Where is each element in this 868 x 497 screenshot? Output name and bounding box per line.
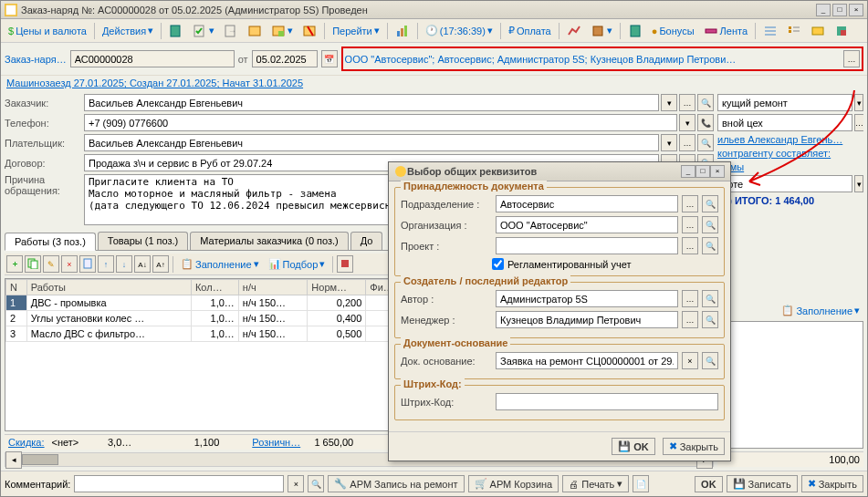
tab-goods[interactable]: Товары (1 поз.) xyxy=(98,232,188,250)
close-button-footer[interactable]: ✖ Закрыть xyxy=(801,475,863,492)
grid-header[interactable]: н/ч xyxy=(238,280,307,295)
grid-extra1[interactable] xyxy=(337,255,353,273)
tb-icon5[interactable]: ▾ xyxy=(267,22,297,40)
grid-doc[interactable] xyxy=(79,255,96,273)
tb-chart2-icon[interactable] xyxy=(563,22,585,40)
tb-chart-icon[interactable] xyxy=(392,22,413,40)
payer-input[interactable] xyxy=(84,134,659,151)
retail-link[interactable]: Розничн… xyxy=(252,437,300,448)
payer-dropdown[interactable]: ▾ xyxy=(661,134,677,151)
balance-link[interactable]: контрагенту составляет: xyxy=(717,148,863,159)
tb-last-icon[interactable] xyxy=(831,22,852,40)
dlg-org-input[interactable] xyxy=(496,216,678,233)
date-picker-button[interactable]: 📅 xyxy=(321,50,338,67)
customer-more[interactable]: … xyxy=(679,94,695,111)
fill2-menu[interactable]: 📋Заполнение ▾ xyxy=(778,303,863,318)
tb-list2-icon[interactable] xyxy=(783,22,805,40)
maximize-button[interactable]: □ xyxy=(832,4,847,16)
dialog-ok[interactable]: 💾 OK xyxy=(612,438,655,455)
prices-button[interactable]: $ Цены и валюта xyxy=(5,24,90,38)
tb-card-icon[interactable] xyxy=(807,22,829,40)
dlg-docbase-clear[interactable]: × xyxy=(682,352,698,369)
dept-more[interactable]: … xyxy=(854,114,863,131)
tb-icon4[interactable] xyxy=(244,22,266,40)
payment-button[interactable]: ₽Оплата xyxy=(505,23,555,38)
repair-type-input[interactable] xyxy=(717,94,852,111)
phone-dial[interactable]: 📞 xyxy=(697,114,714,131)
dlg-manager-more[interactable]: … xyxy=(682,311,698,328)
payer-more[interactable]: … xyxy=(679,134,695,151)
tb-icon3[interactable]: → xyxy=(220,22,242,40)
order-number-input[interactable] xyxy=(70,50,235,67)
dlg-author-more[interactable]: … xyxy=(682,290,698,307)
dlg-project-more[interactable]: … xyxy=(682,237,698,254)
comment-clear[interactable]: × xyxy=(288,475,304,492)
print-button[interactable]: 🖨 Печать ▾ xyxy=(562,475,629,492)
dlg-dept-more[interactable]: … xyxy=(682,195,698,212)
dlg-manager-input[interactable] xyxy=(496,311,678,328)
phone-input[interactable] xyxy=(84,114,677,131)
order-label[interactable]: Заказ-наря… xyxy=(5,54,67,65)
print-extra[interactable]: 📄 xyxy=(633,475,649,492)
dlg-project-search[interactable]: 🔍 xyxy=(702,237,718,254)
right-grid[interactable] xyxy=(717,321,863,449)
dlg-author-search[interactable]: 🔍 xyxy=(702,290,718,307)
comment-input[interactable] xyxy=(74,475,284,492)
grid-add[interactable]: ＋ xyxy=(6,255,23,273)
save-button[interactable]: 💾 Записать xyxy=(727,475,798,492)
tb-list1-icon[interactable] xyxy=(759,22,781,40)
dept-input[interactable] xyxy=(717,114,852,131)
status-link[interactable]: Машинозаезд 27.01.2025; Создан 27.01.202… xyxy=(6,78,303,88)
customer-link[interactable]: ильев Александр Евгень… xyxy=(717,134,863,145)
tab-works[interactable]: Работы (3 поз.) xyxy=(5,233,96,251)
grid-down[interactable]: ↓ xyxy=(116,255,132,273)
dlg-manager-search[interactable]: 🔍 xyxy=(702,311,718,328)
comment-search[interactable]: 🔍 xyxy=(308,475,324,492)
close-button[interactable]: × xyxy=(849,4,863,16)
grid-sort-desc[interactable]: A↑ xyxy=(152,255,169,273)
grid-fill-menu[interactable]: 📋Заполнение ▾ xyxy=(177,256,263,272)
diagrams-link[interactable]: аммы xyxy=(717,161,863,172)
grid-header[interactable]: Работы xyxy=(26,280,191,295)
grid-delete[interactable]: × xyxy=(61,255,78,273)
dlg-doc-base-input[interactable] xyxy=(496,352,678,369)
dialog-min[interactable]: _ xyxy=(681,165,695,178)
grid-up[interactable]: ↑ xyxy=(98,255,114,273)
arm-repair-button[interactable]: 🔧 АРМ Запись на ремонт xyxy=(328,475,464,492)
dlg-org-more[interactable]: … xyxy=(682,216,698,233)
ok-button[interactable]: OK xyxy=(695,476,723,492)
dialog-max[interactable]: □ xyxy=(695,165,710,178)
tb-icon1[interactable] xyxy=(165,22,187,40)
dlg-dept-input[interactable] xyxy=(496,195,678,212)
phone-dropdown[interactable]: ▾ xyxy=(679,114,695,131)
grid-sort-asc[interactable]: A↓ xyxy=(134,255,151,273)
status-dd[interactable]: ▾ xyxy=(854,175,863,192)
dlg-project-input[interactable] xyxy=(496,237,678,254)
status-input[interactable] xyxy=(717,175,852,192)
customer-input[interactable] xyxy=(84,94,659,111)
tab-materials[interactable]: Материалы заказчика (0 поз.) xyxy=(190,232,349,250)
dlg-docbase-search[interactable]: 🔍 xyxy=(702,352,718,369)
grid-select-menu[interactable]: 📊Подбор ▾ xyxy=(265,256,329,272)
tb-calc-icon[interactable] xyxy=(624,22,646,40)
tb-icon6[interactable] xyxy=(298,22,320,40)
grid-header[interactable]: Норм… xyxy=(308,280,366,295)
grid-edit[interactable]: ✎ xyxy=(43,255,59,273)
goto-menu[interactable]: Перейти ▾ xyxy=(329,23,383,38)
minimize-button[interactable]: _ xyxy=(816,4,831,16)
time-button[interactable]: 🕐 (17:36:39) ▾ xyxy=(422,23,497,38)
scroll-thumb[interactable] xyxy=(22,454,58,465)
date-input[interactable] xyxy=(252,50,318,67)
dialog-close-btn[interactable]: ✖ Закрыть xyxy=(663,438,725,455)
details-more-button[interactable]: … xyxy=(843,50,860,67)
grid-header[interactable]: Кол… xyxy=(191,280,238,295)
customer-search[interactable]: 🔍 xyxy=(697,94,714,111)
bonuses-button[interactable]: ● Бонусы xyxy=(648,24,698,38)
dialog-close[interactable]: × xyxy=(710,165,725,178)
details-text[interactable]: ООО "Автосервис"; Автосервис; Администра… xyxy=(345,54,840,65)
arm-cart-button[interactable]: 🛒 АРМ Корзина xyxy=(468,475,559,492)
dlg-barcode-input[interactable] xyxy=(496,393,718,410)
grid-header[interactable]: N xyxy=(6,280,27,295)
customer-dropdown[interactable]: ▾ xyxy=(661,94,677,111)
discount-link[interactable]: Скидка: xyxy=(8,437,45,448)
